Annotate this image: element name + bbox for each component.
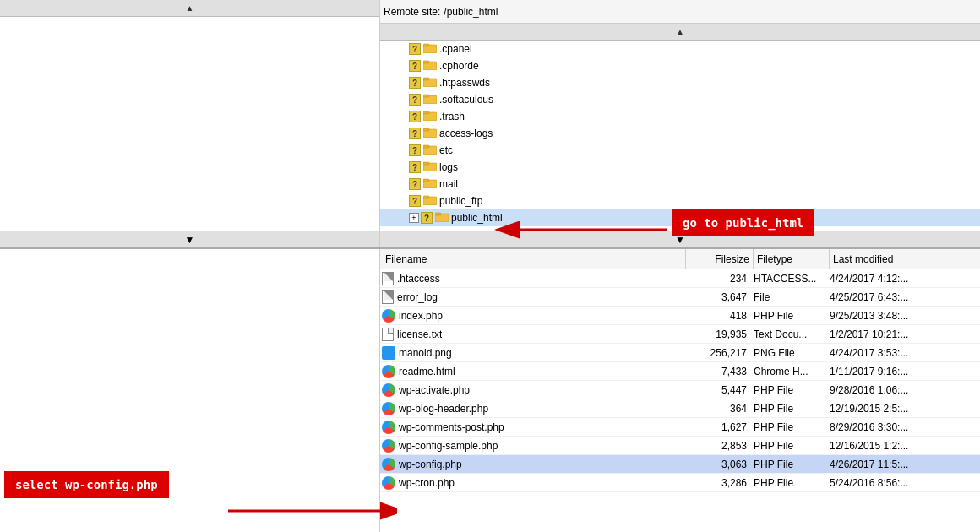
file-size-.htaccess: 234 [686, 273, 754, 285]
file-row-wp-activate.php[interactable]: wp-activate.php5,447PHP File9/28/2016 1:… [380, 381, 980, 399]
file-type-manold.png: PNG File [754, 347, 830, 359]
local-tree[interactable] [0, 17, 379, 231]
col-header-lastmodified[interactable]: Last modified [830, 249, 978, 269]
file-row-wp-comments-post.php[interactable]: wp-comments-post.php1,627PHP File8/29/20… [380, 418, 980, 437]
folder-shape-public_ftp [423, 194, 437, 208]
file-list-header: Filename Filesize Filetype Last modified [380, 249, 980, 269]
file-row-wp-config.php[interactable]: wp-config.php3,063PHP File4/26/2017 11:5… [380, 455, 980, 474]
file-size-wp-blog-header.php: 364 [686, 403, 754, 415]
file-size-wp-config.php: 3,063 [686, 459, 754, 470]
remote-site-header: Remote site: /public_html [380, 0, 980, 24]
file-name-text-wp-cron.php: wp-cron.php [399, 477, 455, 489]
file-type-.htaccess: HTACCESS... [754, 273, 830, 285]
remote-tree[interactable]: ? .cpanel ? .cphorde ? .htpasswds ? .sof… [380, 41, 980, 231]
file-row-manold.png[interactable]: manold.png256,217PNG File4/24/2017 3:53:… [380, 344, 980, 362]
tree-item-.softaculous[interactable]: ? .softaculous [380, 91, 980, 108]
svg-rect-17 [423, 179, 429, 182]
file-type-wp-comments-post.php: PHP File [754, 421, 830, 433]
tree-item-.trash[interactable]: ? .trash [380, 108, 980, 125]
file-row-.htaccess[interactable]: .htaccess234HTACCESS...4/24/2017 4:12:..… [380, 269, 980, 288]
file-type-license.txt: Text Docu... [754, 328, 830, 340]
file-row-index.php[interactable]: index.php418PHP File9/25/2013 3:48:... [380, 307, 980, 325]
folder-shape-public_html [435, 211, 449, 225]
local-scroll-down[interactable]: ▼ [0, 231, 379, 247]
col-header-filetype[interactable]: Filetype [754, 249, 830, 269]
file-date-index.php: 9/25/2013 3:48:... [830, 310, 978, 322]
folder-icon-.cphorde: ? [409, 60, 421, 72]
file-name-text-wp-config-sample.php: wp-config-sample.php [399, 440, 498, 452]
tree-item-public_html[interactable]: +? public_html [380, 209, 980, 226]
remote-up-arrow-icon: ▲ [676, 27, 684, 36]
remote-site-path: /public_html [444, 6, 498, 18]
tree-item-etc[interactable]: ? etc [380, 142, 980, 159]
local-scroll-up[interactable]: ▲ [0, 0, 379, 17]
file-size-index.php: 418 [686, 310, 754, 322]
tree-item-mail[interactable]: ? mail [380, 176, 980, 193]
tree-item-name-access-logs: access-logs [439, 128, 493, 139]
tree-item-.htpasswds[interactable]: ? .htpasswds [380, 74, 980, 91]
tree-item-name-logs: logs [439, 161, 458, 173]
remote-site-label: Remote site: [384, 6, 440, 18]
tree-item-name-.trash: .trash [439, 111, 465, 122]
folder-icon-.softaculous: ? [409, 94, 421, 106]
svg-rect-7 [423, 95, 429, 97]
remote-scroll-down[interactable]: ▼ [380, 231, 980, 247]
folder-shape-.cphorde [423, 59, 437, 73]
file-name-text-index.php: index.php [399, 310, 443, 322]
remote-scroll-up[interactable]: ▲ [380, 24, 980, 41]
tree-item-name-mail: mail [439, 178, 458, 190]
tree-item-public_ftp[interactable]: ? public_ftp [380, 193, 980, 209]
file-date-wp-config.php: 4/26/2017 11:5:... [830, 459, 978, 470]
expand-btn-public_html[interactable]: + [409, 213, 419, 223]
file-row-error_log[interactable]: error_log3,647File4/25/2017 6:43:... [380, 288, 980, 307]
tree-item-logs[interactable]: ? logs [380, 159, 980, 176]
file-name-text-readme.html: readme.html [399, 366, 455, 377]
col-header-filesize[interactable]: Filesize [686, 249, 754, 269]
file-date-wp-blog-header.php: 12/19/2015 2:5:... [830, 403, 978, 415]
file-icon-manold.png [382, 346, 395, 360]
local-file-tree[interactable] [0, 249, 379, 532]
file-type-wp-config-sample.php: PHP File [754, 440, 830, 452]
file-name-text-manold.png: manold.png [399, 347, 452, 359]
tree-item-access-logs[interactable]: ? access-logs [380, 125, 980, 142]
tree-item-.cpanel[interactable]: ? .cpanel [380, 41, 980, 57]
file-type-wp-cron.php: PHP File [754, 477, 830, 489]
file-date-.htaccess: 4/24/2017 4:12:... [830, 273, 978, 285]
file-size-wp-config-sample.php: 2,853 [686, 440, 754, 452]
folder-icon-public_html: ? [421, 212, 433, 224]
tree-item-name-public_ftp: public_ftp [439, 195, 482, 207]
file-list[interactable]: .htaccess234HTACCESS...4/24/2017 4:12:..… [380, 269, 980, 532]
remote-down-arrow-icon: ▼ [675, 234, 685, 246]
file-row-wp-blog-header.php[interactable]: wp-blog-header.php364PHP File12/19/2015 … [380, 399, 980, 418]
file-icon-wp-config.php [382, 458, 395, 471]
file-name-text-error_log: error_log [397, 291, 438, 303]
file-name-text-.htaccess: .htaccess [397, 273, 440, 285]
file-date-wp-activate.php: 9/28/2016 1:06:... [830, 384, 978, 396]
file-date-wp-config-sample.php: 12/16/2015 1:2:... [830, 440, 978, 452]
file-size-readme.html: 7,433 [686, 366, 754, 377]
file-icon-wp-cron.php [382, 476, 395, 490]
tree-item-.cphorde[interactable]: ? .cphorde [380, 57, 980, 74]
file-icon-readme.html [382, 365, 395, 378]
file-row-wp-config-sample.php[interactable]: wp-config-sample.php2,853PHP File12/16/2… [380, 437, 980, 455]
file-date-license.txt: 1/2/2017 10:21:... [830, 328, 978, 340]
col-header-filename[interactable]: Filename [382, 249, 686, 269]
down-arrow-icon: ▼ [185, 234, 195, 246]
file-row-license.txt[interactable]: license.txt19,935Text Docu...1/2/2017 10… [380, 325, 980, 344]
file-size-license.txt: 19,935 [686, 328, 754, 340]
svg-rect-13 [423, 145, 429, 148]
file-date-wp-comments-post.php: 8/29/2016 3:30:... [830, 421, 978, 433]
file-icon-wp-config-sample.php [382, 439, 395, 453]
file-icon-index.php [382, 309, 395, 323]
file-date-readme.html: 1/11/2017 9:16:... [830, 366, 978, 377]
file-row-readme.html[interactable]: readme.html7,433Chrome H...1/11/2017 9:1… [380, 362, 980, 381]
file-size-wp-cron.php: 3,286 [686, 477, 754, 489]
folder-icon-.htpasswds: ? [409, 77, 421, 89]
file-row-wp-cron.php[interactable]: wp-cron.php3,286PHP File5/24/2016 8:56:.… [380, 474, 980, 492]
file-type-readme.html: Chrome H... [754, 366, 830, 377]
file-name-text-wp-config.php: wp-config.php [399, 459, 462, 470]
svg-rect-19 [423, 196, 429, 198]
file-type-wp-blog-header.php: PHP File [754, 403, 830, 415]
folder-shape-.htpasswds [423, 76, 437, 90]
svg-rect-5 [423, 78, 429, 80]
